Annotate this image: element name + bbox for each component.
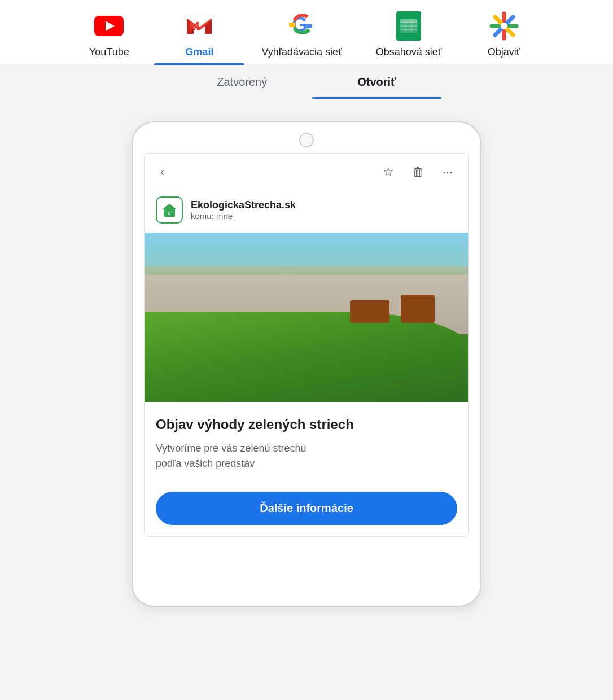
sender-avatar: e — [156, 196, 183, 224]
nav-item-obsahova[interactable]: Obsahová sieť — [359, 0, 459, 65]
nav-label-vyhladavacia: Vyhľadávacia sieť — [261, 46, 341, 58]
star-button[interactable]: ☆ — [378, 163, 399, 182]
youtube-play-triangle — [106, 21, 115, 31]
planter-box-2 — [401, 295, 435, 323]
nav-label-youtube: YouTube — [89, 46, 129, 58]
tab-zatvoreny[interactable]: Zatvorený — [172, 65, 312, 99]
svg-point-15 — [501, 23, 507, 29]
google-search-icon: G — [286, 10, 318, 42]
google-g-logo: G — [287, 11, 317, 41]
planter-box-1 — [350, 300, 389, 323]
nav-label-obsahova: Obsahová sieť — [376, 46, 442, 58]
phone-wrapper: ‹ ☆ 🗑 ··· e EkologickaStrecha.sk — [0, 99, 613, 629]
sender-name: EkologickaStrecha.sk — [191, 199, 296, 211]
email-header: e EkologickaStrecha.sk komu: mne — [145, 191, 468, 233]
email-image — [145, 233, 468, 402]
nav-label-gmail: Gmail — [185, 46, 213, 58]
email-body: Vytvoríme pre vás zelenú strechu podľa v… — [145, 439, 468, 483]
back-button[interactable]: ‹ — [156, 163, 169, 182]
email-headline: Objav výhody zelených striech — [145, 402, 468, 439]
sheets-logo — [396, 11, 421, 41]
email-container: ‹ ☆ 🗑 ··· e EkologickaStrecha.sk — [144, 153, 469, 537]
tab-otvorit[interactable]: Otvoriť — [312, 65, 441, 99]
sender-to: komu: mne — [191, 211, 296, 221]
svg-rect-5 — [400, 19, 417, 23]
nav-item-gmail[interactable]: M Gmail — [154, 0, 244, 65]
grass-area — [145, 312, 468, 402]
discover-logo — [489, 11, 519, 41]
youtube-icon — [93, 10, 125, 42]
nav-label-objavit: Objaviť — [488, 46, 520, 58]
google-sheets-icon — [393, 10, 424, 42]
delete-button[interactable]: 🗑 — [408, 163, 429, 182]
gmail-icon: M — [183, 10, 215, 42]
phone-notch — [133, 123, 480, 153]
nav-item-youtube[interactable]: YouTube — [64, 0, 154, 65]
cta-button[interactable]: Ďalšie informácie — [156, 492, 457, 525]
eco-body: e — [164, 209, 175, 217]
svg-text:M: M — [189, 19, 199, 33]
trees — [145, 233, 468, 275]
eco-roof — [162, 204, 177, 209]
email-toolbar: ‹ ☆ 🗑 ··· — [145, 154, 468, 191]
eco-house-icon: e — [162, 204, 177, 217]
more-button[interactable]: ··· — [438, 163, 457, 182]
discover-icon — [488, 10, 520, 42]
gmail-logo: M — [185, 15, 214, 37]
phone-mockup: ‹ ☆ 🗑 ··· e EkologickaStrecha.sk — [132, 121, 481, 607]
sender-info: EkologickaStrecha.sk komu: mne — [191, 199, 296, 221]
phone-camera — [299, 133, 314, 147]
nav-item-vyhladavacia[interactable]: G Vyhľadávacia sieť — [244, 0, 358, 65]
top-navigation: YouTube M Gmail G — [0, 0, 613, 65]
sub-tab-bar: Zatvorený Otvoriť — [0, 65, 613, 99]
nav-item-objavit[interactable]: Objaviť — [459, 0, 549, 65]
youtube-logo — [94, 16, 124, 36]
